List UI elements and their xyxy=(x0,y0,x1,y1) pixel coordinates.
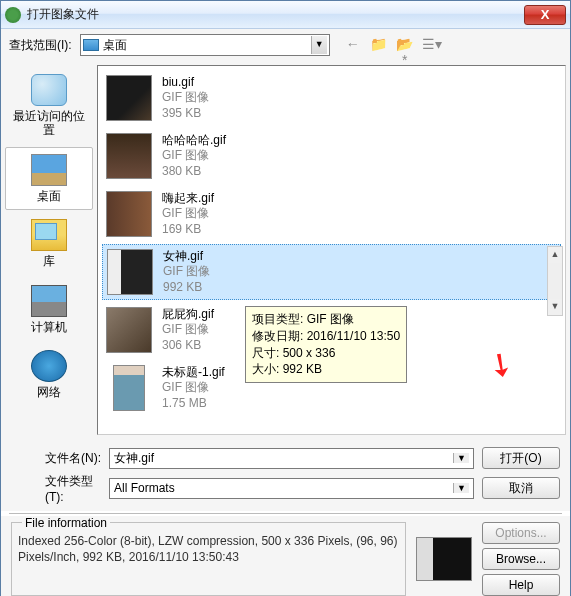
file-row[interactable]: 女神.gifGIF 图像992 KB xyxy=(102,244,561,300)
file-information-legend: File information xyxy=(22,516,110,530)
computer-icon xyxy=(31,285,67,317)
file-information-group: File information Indexed 256-Color (8-bi… xyxy=(11,522,406,596)
window-title: 打开图象文件 xyxy=(27,6,524,23)
open-image-dialog: 打开图象文件 X 查找范围(I): 桌面 ▼ ← 📁 📂* ☰▾ 最近访问的位置… xyxy=(0,0,571,596)
file-tooltip: 项目类型: GIF 图像 修改日期: 2016/11/10 13:50 尺寸: … xyxy=(245,306,407,383)
file-size: 380 KB xyxy=(162,164,226,180)
scroll-up-icon[interactable]: ▲ xyxy=(548,247,562,263)
file-thumbnail xyxy=(106,191,152,237)
help-button[interactable]: Help xyxy=(482,574,560,596)
network-icon xyxy=(31,350,67,382)
file-thumbnail xyxy=(106,307,152,353)
lookin-dropdown[interactable]: 桌面 ▼ xyxy=(80,34,330,56)
close-button[interactable]: X xyxy=(524,5,566,25)
file-information-text: Indexed 256-Color (8-bit), LZW compressi… xyxy=(18,533,399,565)
file-list-pane: biu.gifGIF 图像395 KB哈哈哈哈.gifGIF 图像380 KB嗨… xyxy=(97,65,566,435)
cancel-button[interactable]: 取消 xyxy=(482,477,560,499)
toolbar: 查找范围(I): 桌面 ▼ ← 📁 📂* ☰▾ xyxy=(1,29,570,61)
file-name: biu.gif xyxy=(162,75,209,91)
browse-button[interactable]: Browse... xyxy=(482,548,560,570)
file-type: GIF 图像 xyxy=(162,380,225,396)
recent-places-icon xyxy=(31,74,67,106)
file-size: 306 KB xyxy=(162,338,214,354)
file-thumbnail xyxy=(106,133,152,179)
file-row[interactable]: 哈哈哈哈.gifGIF 图像380 KB xyxy=(102,128,561,184)
filetype-dropdown[interactable]: All Formats ▼ xyxy=(109,478,474,499)
file-thumbnail xyxy=(106,75,152,121)
file-size: 169 KB xyxy=(162,222,214,238)
file-type: GIF 图像 xyxy=(162,206,214,222)
desktop-icon xyxy=(31,154,67,186)
file-size: 1.75 MB xyxy=(162,396,225,412)
up-one-level-icon[interactable]: 📁 xyxy=(370,36,388,54)
file-size: 992 KB xyxy=(163,280,210,296)
app-icon xyxy=(5,7,21,23)
file-size: 395 KB xyxy=(162,106,209,122)
chevron-down-icon: ▼ xyxy=(311,36,327,54)
file-name: 哈哈哈哈.gif xyxy=(162,133,226,149)
chevron-down-icon[interactable]: ▼ xyxy=(453,483,469,493)
file-name: 屁屁狗.gif xyxy=(162,307,214,323)
options-button[interactable]: Options... xyxy=(482,522,560,544)
views-menu-icon[interactable]: ☰▾ xyxy=(422,36,440,54)
sidebar-item-library[interactable]: 库 xyxy=(5,212,93,275)
preview-thumbnail xyxy=(416,537,472,581)
file-row[interactable]: biu.gifGIF 图像395 KB xyxy=(102,70,561,126)
sidebar-item-desktop[interactable]: 桌面 xyxy=(5,147,93,210)
places-sidebar: 最近访问的位置 桌面 库 计算机 网络 xyxy=(1,61,97,439)
lookin-label: 查找范围(I): xyxy=(9,37,72,54)
file-name: 女神.gif xyxy=(163,249,210,265)
filetype-label: 文件类型(T): xyxy=(11,473,101,504)
scroll-down-icon[interactable]: ▼ xyxy=(548,299,562,315)
library-icon xyxy=(31,219,67,251)
vertical-scrollbar[interactable]: ▲ ▼ xyxy=(547,246,563,316)
sidebar-item-computer[interactable]: 计算机 xyxy=(5,278,93,341)
file-name: 未标题-1.gif xyxy=(162,365,225,381)
file-type: GIF 图像 xyxy=(162,90,209,106)
sidebar-item-recent[interactable]: 最近访问的位置 xyxy=(5,67,93,145)
divider xyxy=(9,513,562,514)
file-row[interactable]: 嗨起来.gifGIF 图像169 KB xyxy=(102,186,561,242)
file-thumbnail xyxy=(113,365,145,411)
back-icon[interactable]: ← xyxy=(344,36,362,54)
filename-label: 文件名(N): xyxy=(11,450,101,467)
file-thumbnail xyxy=(107,249,153,295)
file-type: GIF 图像 xyxy=(162,148,226,164)
lookin-value: 桌面 xyxy=(103,37,311,54)
sidebar-item-network[interactable]: 网络 xyxy=(5,343,93,406)
new-folder-icon[interactable]: 📂* xyxy=(396,36,414,54)
file-type: GIF 图像 xyxy=(163,264,210,280)
file-type: GIF 图像 xyxy=(162,322,214,338)
file-name: 嗨起来.gif xyxy=(162,191,214,207)
filename-input[interactable]: 女神.gif ▼ xyxy=(109,448,474,469)
titlebar: 打开图象文件 X xyxy=(1,1,570,29)
open-button[interactable]: 打开(O) xyxy=(482,447,560,469)
chevron-down-icon[interactable]: ▼ xyxy=(453,453,469,463)
desktop-icon xyxy=(83,39,99,51)
